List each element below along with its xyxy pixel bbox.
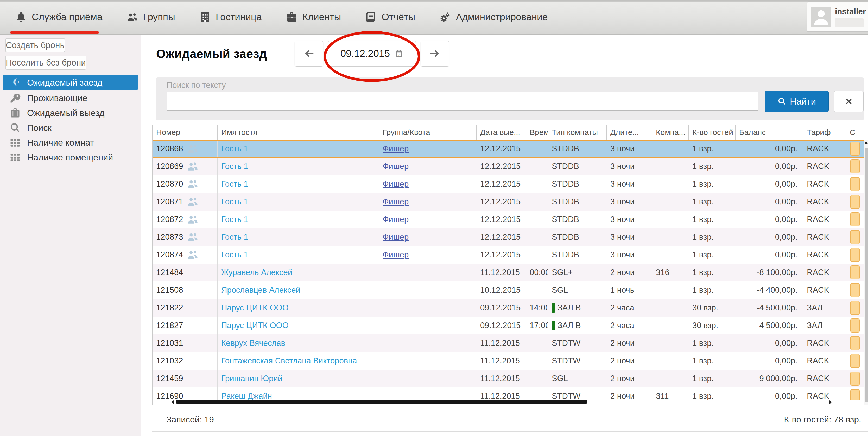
column-header-11[interactable]: Тариф — [803, 125, 846, 140]
nav-item-4[interactable]: Клиенты — [286, 0, 341, 34]
departure-date-cell: 12.12.2015 — [476, 140, 526, 158]
table-row[interactable]: 120873Гость 1Фишер12.12.2015STDDB3 ночи1… — [153, 228, 868, 246]
departure-date-cell: 12.12.2015 — [476, 193, 526, 210]
booking-number-cell: 120870 — [153, 175, 218, 193]
table-row[interactable]: 121508Ярославцев Алексей10.12.2015SGL1 н… — [153, 281, 868, 299]
find-button[interactable]: Найти — [765, 91, 829, 112]
guest-count-cell: 1 взр. — [689, 228, 736, 246]
guest-name-link[interactable]: Гость 1 — [221, 215, 248, 224]
table-row[interactable]: 121827Парус ЦИТК ООО09.12.201517:00ЗАЛ В… — [153, 317, 868, 334]
table-row[interactable]: 120872Гость 1Фишер12.12.2015STDDB3 ночи1… — [153, 210, 868, 228]
nav-item-6[interactable]: Администрирование — [439, 0, 548, 34]
search-input[interactable] — [166, 92, 758, 111]
table-row[interactable]: 120874Гость 1Фишер12.12.2015STDDB3 ночи1… — [153, 246, 868, 264]
table-row[interactable]: 121032Гонтажевская Светлана Викторовна11… — [153, 352, 868, 370]
horizontal-scrollbar[interactable] — [153, 399, 864, 405]
vertical-scroll-track[interactable] — [865, 148, 868, 402]
guest-name-link[interactable]: Гость 1 — [221, 250, 248, 260]
nav-item-2[interactable]: Группы — [126, 0, 175, 34]
key-icon — [9, 93, 21, 104]
guest-name-link[interactable]: Гость 1 — [221, 162, 248, 171]
column-header-3[interactable]: Группа/Квота — [379, 125, 476, 140]
green-indicator — [552, 321, 555, 330]
column-header-2[interactable]: Имя гостя — [218, 125, 379, 140]
vertical-scrollbar[interactable] — [864, 140, 868, 405]
guest-name-link[interactable]: Гришанин Юрий — [221, 374, 282, 383]
guest-count-cell: 1 взр. — [689, 246, 736, 264]
quota-cell — [379, 334, 476, 352]
sidebar-button-2[interactable]: Поселить без брони — [5, 56, 86, 70]
guest-name-link[interactable]: Журавель Алексей — [221, 268, 292, 277]
rate-cell: RACK — [803, 281, 846, 299]
booking-number: 121484 — [156, 268, 183, 277]
horizontal-scroll-thumb[interactable] — [176, 400, 587, 404]
nav-item-3[interactable]: Гостиница — [199, 0, 262, 34]
guest-count-cell: 1 взр. — [689, 370, 736, 388]
sidebar-item-5[interactable]: Наличие комнат — [0, 135, 141, 150]
table-row[interactable]: 120869Гость 1Фишер12.12.2015STDDB3 ночи1… — [153, 158, 868, 175]
sidebar-item-3[interactable]: Ожидаемый выезд — [0, 106, 141, 121]
column-header-1[interactable]: Номер — [153, 125, 218, 140]
prev-date-button[interactable] — [294, 40, 323, 67]
quota-link[interactable]: Фишер — [382, 179, 409, 189]
clear-search-button[interactable] — [834, 91, 864, 112]
rate-cell: ЗАЛ — [803, 317, 846, 334]
guest-name-link[interactable]: Гонтажевская Светлана Викторовна — [221, 356, 357, 366]
guest-name-link[interactable]: Ярославцев Алексей — [221, 286, 300, 295]
duration-cell: 3 ночи — [607, 158, 652, 175]
guest-name-link[interactable]: Кеврух Вячеслав — [221, 338, 285, 348]
booking-number: 121827 — [156, 321, 183, 330]
column-header-7[interactable]: Длите... — [607, 125, 652, 140]
sidebar-buttons: Создать броньПоселить без брони — [0, 35, 141, 75]
rate-cell: RACK — [803, 388, 846, 400]
guests-count: К-во гостей: 78 взр. — [784, 415, 861, 425]
user-panel[interactable]: installer — [807, 2, 868, 32]
table-row[interactable]: 121822Парус ЦИТК ООО09.12.201514:00ЗАЛ В… — [153, 299, 868, 317]
table-row[interactable]: 121690Ракеш Джайн11.12.2015STDTW2 ночи31… — [153, 388, 868, 400]
briefcase-icon — [286, 11, 298, 23]
scroll-left-icon[interactable] — [171, 400, 174, 404]
column-header-6[interactable]: Тип комнаты — [548, 125, 607, 140]
column-header-9[interactable]: К-во гостей — [689, 125, 736, 140]
quota-link[interactable]: Фишер — [382, 197, 409, 206]
column-header-10[interactable]: Баланс — [736, 125, 803, 140]
guest-name-link[interactable]: Гость 1 — [221, 197, 248, 206]
quota-link[interactable]: Фишер — [382, 232, 409, 242]
date-input[interactable]: 09.12.2015 7 — [328, 40, 416, 67]
next-date-button[interactable] — [421, 40, 449, 67]
table-row[interactable]: 120871Гость 1Фишер12.12.2015STDDB3 ночи1… — [153, 193, 868, 210]
column-header-5[interactable]: Время... — [526, 125, 548, 140]
guest-count-cell: 1 взр. — [689, 281, 736, 299]
column-header-4[interactable]: Дата вые... — [476, 125, 526, 140]
table-row[interactable]: 121484Журавель Алексей11.12.201500:00SGL… — [153, 264, 868, 281]
guest-name-link[interactable]: Парус ЦИТК ООО — [221, 321, 289, 330]
table-row[interactable]: 121459Гришанин Юрий11.12.2015SGL2 ночи1 … — [153, 370, 868, 388]
sidebar-item-4[interactable]: Поиск — [0, 121, 141, 135]
guest-name-link[interactable]: Ракеш Джайн — [221, 392, 272, 400]
sidebar-item-1[interactable]: ✈Ожидаемый заезд — [3, 75, 138, 90]
column-header-12[interactable]: С — [846, 125, 864, 140]
table-row[interactable]: 121031Кеврух Вячеслав11.12.2015STDTW2 но… — [153, 334, 868, 352]
quota-link[interactable]: Фишер — [382, 162, 409, 171]
sidebar-item-label: Проживающие — [27, 93, 88, 103]
nav-item-1[interactable]: Служба приёма — [15, 0, 102, 34]
quota-link[interactable]: Фишер — [382, 250, 409, 260]
column-header-8[interactable]: Комна... — [652, 125, 689, 140]
quota-link[interactable]: Фишер — [382, 144, 409, 154]
scroll-up-icon[interactable] — [864, 141, 868, 144]
scroll-right-icon[interactable] — [829, 400, 832, 404]
status-cell — [846, 281, 864, 299]
guest-name-link[interactable]: Гость 1 — [221, 179, 248, 189]
nav-item-5[interactable]: Отчёты — [365, 0, 415, 34]
nav-item-label: Клиенты — [303, 12, 341, 23]
sidebar-button-1[interactable]: Создать бронь — [5, 38, 65, 52]
table-row[interactable]: 120870Гость 1Фишер12.12.2015STDDB3 ночи1… — [153, 175, 868, 193]
table-row[interactable]: 120868Гость 1Фишер12.12.2015STDDB3 ночи1… — [153, 140, 868, 158]
guest-count-cell: 1 взр. — [689, 352, 736, 370]
guest-name-link[interactable]: Гость 1 — [221, 232, 248, 242]
guest-name-link[interactable]: Гость 1 — [221, 144, 248, 154]
sidebar-item-2[interactable]: Проживающие — [0, 91, 141, 106]
sidebar-item-6[interactable]: Наличие помещений — [0, 150, 141, 165]
quota-link[interactable]: Фишер — [382, 215, 409, 224]
guest-name-link[interactable]: Парус ЦИТК ООО — [221, 303, 289, 312]
